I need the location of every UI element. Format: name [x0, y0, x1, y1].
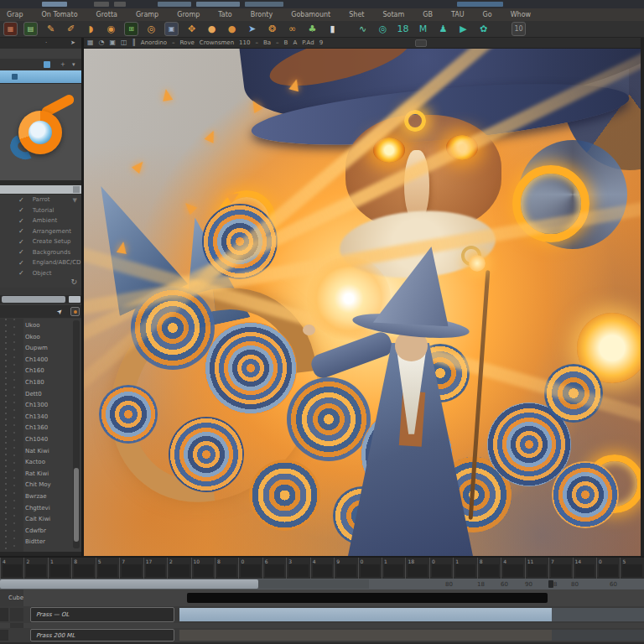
- outliner-item-nat-kiwi[interactable]: Nat Kiwi: [25, 448, 72, 460]
- checkbox-checked-icon[interactable]: ✓: [18, 227, 24, 235]
- viewport-header-item-[interactable]: –: [276, 40, 279, 46]
- menu-item-grotta[interactable]: Grotta: [96, 11, 117, 18]
- menu-item-grap[interactable]: Grap: [7, 11, 23, 18]
- ruler-cell[interactable]: 2: [23, 558, 47, 579]
- ruler-cell[interactable]: 5: [620, 558, 643, 579]
- visibility-row-parrot[interactable]: ✓Parrot: [0, 195, 81, 205]
- timeline-track-a[interactable]: Prass — OL: [0, 606, 644, 623]
- ruler-cell[interactable]: 8: [71, 558, 95, 579]
- ruler-cell[interactable]: 0: [238, 558, 262, 579]
- ruler-cell[interactable]: 1: [453, 558, 476, 579]
- viewport-header-badge[interactable]: [415, 39, 427, 47]
- outliner-item-dett0[interactable]: Dett0: [25, 391, 72, 402]
- ruler-cell[interactable]: 9: [334, 558, 357, 579]
- visibility-row-backgrounds[interactable]: ✓Backgrounds: [0, 247, 81, 258]
- menu-item-tato[interactable]: Tato: [218, 11, 232, 18]
- material-swatch-icon[interactable]: [70, 307, 80, 316]
- menu-item-tau[interactable]: TAU: [451, 11, 465, 18]
- ruler-cell[interactable]: 6: [262, 558, 286, 579]
- leaf-tool-icon[interactable]: ♣: [305, 22, 319, 36]
- beetle-tool-icon[interactable]: ❂: [265, 22, 279, 36]
- brush-tool-icon[interactable]: ✐: [64, 22, 78, 36]
- viewport-header-item-[interactable]: –: [255, 40, 258, 46]
- workspace-tab[interactable]: [42, 2, 67, 7]
- cursor-tool-icon[interactable]: ➤: [245, 22, 259, 36]
- bar-tool-icon[interactable]: ▮: [325, 22, 340, 36]
- viewport-header-icon[interactable]: ‖: [132, 39, 136, 46]
- viewport-header-icon[interactable]: ◔: [99, 39, 105, 46]
- filter-icon[interactable]: ▼: [73, 197, 77, 204]
- outliner-item-ukoo[interactable]: Ukoo: [25, 322, 72, 334]
- refresh-icon[interactable]: ↻: [70, 278, 77, 286]
- selected-collection-row[interactable]: [0, 70, 81, 83]
- checkbox-checked-icon[interactable]: ✓: [18, 269, 24, 277]
- checkbox-checked-icon[interactable]: ✓: [18, 238, 24, 246]
- outliner-scrollbar[interactable]: [73, 320, 80, 548]
- viewport-header-item-crownsmen[interactable]: Crownsmen: [200, 40, 234, 46]
- viewport-header-item-ba[interactable]: Ba: [263, 40, 271, 46]
- workspace-tab[interactable]: [196, 2, 240, 7]
- menu-item-go[interactable]: Go: [483, 11, 492, 18]
- menu-item-whow[interactable]: Whow: [511, 11, 531, 18]
- viewport-header-item-a[interactable]: A: [293, 40, 297, 46]
- runner-tool-icon[interactable]: ♟: [436, 22, 450, 36]
- sidebar-scrollbar-horizontal[interactable]: [0, 185, 81, 194]
- croissant-tool-icon[interactable]: ◗: [84, 22, 98, 36]
- outliner-item-ch1360[interactable]: Ch1360: [25, 424, 72, 436]
- checkbox-checked-icon[interactable]: ✓: [18, 259, 24, 267]
- menu-item-gb[interactable]: GB: [423, 11, 433, 18]
- viewport-canvas[interactable]: [84, 49, 641, 556]
- viewport-header-icon[interactable]: ▦: [87, 39, 94, 46]
- menu-item-gramp[interactable]: Gramp: [136, 11, 158, 18]
- pretzel-tool-icon[interactable]: ∞: [285, 22, 299, 36]
- cursor-icon[interactable]: ➤: [55, 307, 65, 316]
- ring-teal-tool-icon[interactable]: ◎: [376, 22, 390, 36]
- outliner-item-cait-kiwi[interactable]: Cait Kiwi: [25, 516, 72, 527]
- outliner-item-chgttevi[interactable]: Chgttevi: [25, 505, 72, 517]
- outliner-item-oupwm[interactable]: Oupwm: [25, 345, 72, 356]
- ruler-cell[interactable]: 4: [0, 558, 23, 579]
- track-button[interactable]: Prass 200 ML: [30, 629, 174, 641]
- list-scrollbar-horizontal[interactable]: [0, 295, 81, 304]
- scrollbar-handle[interactable]: [0, 579, 258, 589]
- sphere-tool-icon[interactable]: ●: [205, 22, 219, 36]
- ruler-cell[interactable]: 11: [525, 558, 548, 579]
- scrollbar-handle[interactable]: [2, 296, 65, 303]
- spoon-tool-icon[interactable]: ✎: [44, 22, 58, 36]
- chevron-down-icon[interactable]: ▾: [72, 61, 75, 68]
- ruler-cell[interactable]: 14: [573, 558, 596, 579]
- render-tool-icon[interactable]: ▤: [23, 22, 38, 36]
- viewport-header-item-9[interactable]: 9: [319, 40, 323, 46]
- coin-tool-icon[interactable]: ●: [225, 22, 239, 36]
- ruler-cell[interactable]: 4: [310, 558, 334, 579]
- viewport-header-item-rove[interactable]: Rove: [180, 40, 195, 46]
- viewport-header-icon[interactable]: ▣: [110, 39, 117, 46]
- ruler-cell[interactable]: 0: [429, 558, 453, 579]
- timeline-track-b[interactable]: Prass 200 ML: [0, 628, 644, 642]
- ruler-cell[interactable]: 8: [215, 558, 238, 579]
- track-button[interactable]: Prass — OL: [30, 607, 174, 622]
- outliner-item-cdwfbr[interactable]: Cdwfbr: [25, 527, 72, 539]
- menu-item-sotam[interactable]: Sotam: [382, 11, 404, 18]
- menu-item-gobamount[interactable]: Gobamount: [291, 11, 330, 18]
- ruler-cell[interactable]: 17: [143, 558, 167, 579]
- visibility-row-england-abc-cd[interactable]: ✓England/ABC/CD: [0, 257, 81, 268]
- stamp-tool-icon[interactable]: ▣: [164, 22, 179, 36]
- scrollbar-handle[interactable]: [74, 468, 79, 542]
- ruler-cell[interactable]: 7: [119, 558, 143, 579]
- workspace-tab[interactable]: [245, 2, 283, 7]
- outliner-item-bidtter[interactable]: Bidtter: [25, 538, 72, 550]
- outliner-item-okoo[interactable]: Okoo: [25, 334, 72, 345]
- ruler-cell[interactable]: 8: [477, 558, 501, 579]
- play-tool-icon[interactable]: ▶: [456, 22, 470, 36]
- visibility-row-ambient[interactable]: ✓Ambient: [0, 216, 81, 226]
- viewport-header-item-b[interactable]: B: [284, 40, 288, 46]
- timeline-track-cube[interactable]: Cube: [0, 589, 644, 606]
- keyframe-channel-bar[interactable]: [187, 593, 548, 603]
- checkbox-checked-icon[interactable]: ✓: [18, 196, 24, 204]
- track-strip[interactable]: [179, 630, 552, 641]
- monogram-tool-icon[interactable]: M: [416, 22, 430, 36]
- outliner-item-bwrzae[interactable]: Bwrzae: [25, 493, 72, 505]
- blue-mode-icon[interactable]: [44, 61, 50, 68]
- menu-item-bronty[interactable]: Bronty: [251, 11, 273, 18]
